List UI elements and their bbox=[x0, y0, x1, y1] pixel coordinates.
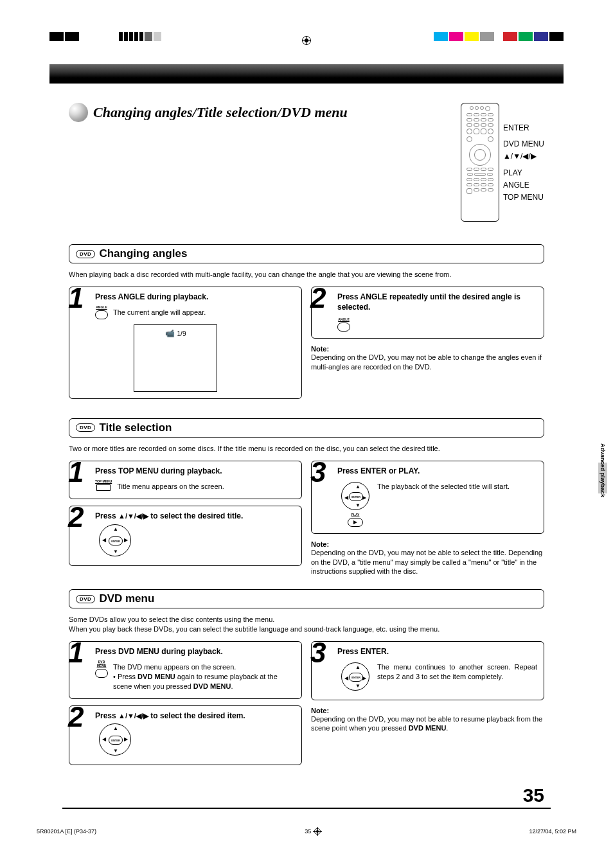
title-step1-title: Press TOP MENU during playback. bbox=[95, 466, 295, 477]
section-heading-dvdmenu: DVD menu bbox=[99, 592, 154, 605]
registration-mark-icon bbox=[302, 36, 311, 45]
registration-mark-icon bbox=[314, 828, 321, 835]
footer: 5R80201A [E] (P34-37) 35 12/27/04, 5:02 … bbox=[30, 828, 583, 847]
angle-button-icon: ANGLE bbox=[95, 305, 108, 319]
color-bars bbox=[432, 32, 564, 41]
note-label: Note: bbox=[311, 540, 544, 548]
angles-step1-title: Press ANGLE during playback. bbox=[95, 292, 295, 303]
dvdmenu-button-icon: DVD MENU bbox=[95, 660, 108, 678]
dvdmenu-step-1: 1 Press DVD MENU during playback. DVD ME… bbox=[69, 641, 302, 699]
remote-icon bbox=[461, 103, 499, 222]
osd-display: 📹1/9 bbox=[134, 324, 217, 392]
note-label: Note: bbox=[311, 345, 544, 353]
section-heading-title: Title selection bbox=[99, 421, 172, 434]
dvd-badge-icon: DVD bbox=[76, 423, 95, 432]
title-step3-title: Press ENTER or PLAY. bbox=[337, 466, 537, 477]
section-header-dvdmenu: DVD DVD menu bbox=[69, 589, 544, 608]
remote-label-angle: ANGLE bbox=[503, 179, 544, 191]
section-header-angles: DVD Changing angles bbox=[69, 244, 544, 263]
camera-icon: 📹 bbox=[165, 329, 175, 338]
dvdmenu-step3-title: Press ENTER. bbox=[337, 647, 537, 657]
step-number-3: 3 bbox=[310, 456, 324, 488]
remote-diagram: ENTER DVD MENU ▲/▼/◀/▶ PLAY ANGLE TOP ME… bbox=[461, 103, 544, 222]
angles-step2-title: Press ANGLE repeatedly until the desired… bbox=[337, 292, 537, 312]
remote-label-arrows: ▲/▼/◀/▶ bbox=[503, 150, 544, 163]
bullet-sphere-icon bbox=[69, 103, 88, 122]
title-step-2: 2 Press ▲/▼/◀/▶ to select the desired ti… bbox=[69, 506, 302, 566]
step-number-2: 2 bbox=[310, 282, 324, 314]
angles-step1-desc: The current angle will appear. bbox=[113, 308, 206, 317]
dpad-icon: ▲▼◀▶ ENTER bbox=[99, 524, 131, 556]
dvdmenu-step-2: 2 Press ▲/▼/◀/▶ to select the desired it… bbox=[69, 705, 302, 766]
title-intro: Two or more titles are recorded on some … bbox=[69, 444, 544, 453]
angles-step-1: 1 Press ANGLE during playback. ANGLE The… bbox=[69, 287, 302, 399]
dpad-icon: ▲▼◀▶ ENTER bbox=[341, 482, 369, 510]
dvdmenu-note: Depending on the DVD, you may not be abl… bbox=[311, 714, 544, 734]
section-heading-angles: Changing angles bbox=[99, 247, 187, 260]
dvdmenu-step3-desc: The menu continues to another screen. Re… bbox=[377, 662, 537, 682]
dvd-badge-icon: DVD bbox=[76, 250, 95, 258]
angles-note: Depending on the DVD, you may not be abl… bbox=[311, 353, 544, 372]
angle-button-icon: ANGLE bbox=[337, 317, 350, 332]
osd-angle-indicator: 1/9 bbox=[177, 330, 186, 337]
dvd-badge-icon: DVD bbox=[76, 595, 95, 603]
step-number-1: 1 bbox=[68, 637, 82, 669]
remote-label-dvdmenu: DVD MENU bbox=[503, 138, 544, 150]
dpad-icon: ▲▼◀▶ ENTER bbox=[99, 723, 131, 756]
angles-step-2: 2 Press ANGLE repeatedly until the desir… bbox=[311, 287, 544, 339]
footer-page: 35 bbox=[305, 828, 321, 835]
dvdmenu-step2-title: Press ▲/▼/◀/▶ to select the desired item… bbox=[95, 711, 295, 722]
dvdmenu-step1-title: Press DVD MENU during playback. bbox=[95, 647, 295, 657]
dpad-icon: ▲▼◀▶ ENTER bbox=[341, 662, 369, 691]
topmenu-button-icon: TOP MENU bbox=[95, 479, 112, 491]
remote-label-topmenu: TOP MENU bbox=[503, 191, 544, 204]
step-number-3: 3 bbox=[310, 637, 324, 669]
section-tab: Advanced playback bbox=[598, 437, 607, 520]
title-step-1: 1 Press TOP MENU during playback. TOP ME… bbox=[69, 461, 302, 499]
page-title: Changing angles/Title selection/DVD menu bbox=[93, 104, 348, 121]
title-step2-title: Press ▲/▼/◀/▶ to select the desired titl… bbox=[95, 511, 295, 522]
title-note: Depending on the DVD, you may not be abl… bbox=[311, 548, 544, 577]
remote-label-play: PLAY bbox=[503, 167, 544, 179]
dvdmenu-intro: Some DVDs allow you to select the disc c… bbox=[69, 615, 544, 633]
title-step3-desc: The playback of the selected title will … bbox=[377, 482, 510, 492]
page-number-rule bbox=[62, 808, 551, 809]
crop-marks-left bbox=[49, 32, 161, 41]
dvdmenu-step-3: 3 Press ENTER. ▲▼◀▶ ENTER The menu conti… bbox=[311, 641, 544, 700]
dvdmenu-step1-desc: The DVD menu appears on the screen. • Pr… bbox=[113, 662, 295, 692]
title-step-3: 3 Press ENTER or PLAY. ▲▼◀▶ ENTER PLAY bbox=[311, 461, 544, 534]
section-header-title: DVD Title selection bbox=[69, 418, 544, 438]
footer-doc-id: 5R80201A [E] (P34-37) bbox=[37, 828, 96, 835]
page-number: 35 bbox=[69, 784, 544, 806]
step-number-2: 2 bbox=[68, 501, 82, 533]
play-button-icon: PLAY bbox=[337, 513, 373, 527]
step-number-1: 1 bbox=[68, 456, 82, 488]
section-tab-label: Advanced playback bbox=[600, 443, 606, 497]
angles-intro: When playing back a disc recorded with m… bbox=[69, 270, 544, 279]
step-number-1: 1 bbox=[68, 282, 82, 314]
title-step1-desc: Title menu appears on the screen. bbox=[117, 482, 224, 492]
step-number-2: 2 bbox=[68, 701, 82, 733]
remote-label-enter: ENTER bbox=[503, 122, 544, 134]
footer-timestamp: 12/27/04, 5:02 PM bbox=[529, 828, 576, 835]
print-registration-strip bbox=[30, 19, 583, 58]
note-label: Note: bbox=[311, 707, 544, 714]
gradient-bar bbox=[49, 64, 564, 84]
